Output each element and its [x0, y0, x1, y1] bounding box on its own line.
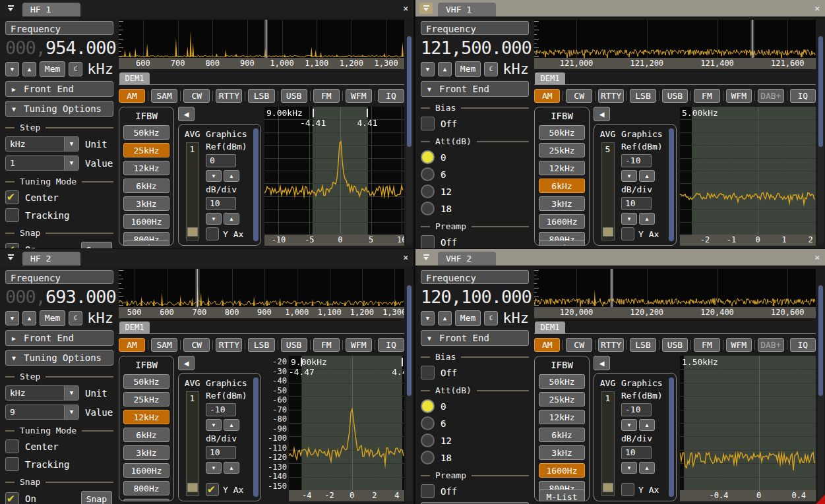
main-spectrum-canvas[interactable]: [534, 269, 816, 307]
resize-corner-icon[interactable]: [816, 495, 825, 504]
frequency-value[interactable]: 000,693.000: [5, 287, 113, 307]
collapse-left-icon[interactable]: ◀: [594, 356, 610, 370]
tab-dem1[interactable]: DEM1: [119, 72, 150, 84]
collapse-window-icon[interactable]: [4, 3, 17, 14]
front-end-header[interactable]: ▶Front End: [5, 330, 113, 346]
mem-button[interactable]: Mem: [455, 61, 481, 77]
snap-button[interactable]: Snap: [81, 242, 112, 248]
tab-dem1[interactable]: DEM1: [535, 72, 565, 84]
ifbw-button-m-list[interactable]: M-List: [539, 490, 585, 501]
mode-button-fm[interactable]: FM: [694, 89, 719, 103]
ref-up-button[interactable]: ▲: [224, 419, 239, 431]
close-icon[interactable]: ✕: [403, 252, 408, 262]
ifbw-button-3khz[interactable]: 3kHz: [123, 445, 169, 460]
mode-button-am[interactable]: AM: [119, 89, 145, 103]
ifbw-button-50khz[interactable]: 50kHz: [123, 125, 169, 140]
avg-slider[interactable]: 5: [601, 142, 615, 240]
ifbw-button-800hz[interactable]: 800Hz: [123, 481, 169, 495]
att-radio-6[interactable]: [421, 167, 435, 181]
ref-input[interactable]: 0: [206, 154, 236, 167]
mode-button-am[interactable]: AM: [534, 89, 560, 103]
mode-button-iq[interactable]: IQ: [378, 89, 404, 103]
mode-button-usb[interactable]: USB: [662, 89, 688, 103]
window-title-tab[interactable]: VHF 1: [438, 3, 496, 16]
avg-slider[interactable]: 1: [186, 142, 199, 240]
snap-on-checkbox[interactable]: ✔: [5, 243, 19, 249]
tab-dem1[interactable]: DEM1: [535, 322, 565, 333]
mode-button-lsb[interactable]: LSB: [248, 338, 274, 352]
mode-button-lsb[interactable]: LSB: [630, 89, 656, 103]
tab-dem1[interactable]: DEM1: [119, 322, 150, 333]
ifbw-button-25khz[interactable]: 25kHz: [539, 392, 585, 406]
panel-scrollbar-thumb[interactable]: [818, 285, 823, 396]
avg-slider-handle[interactable]: [187, 227, 198, 237]
mode-button-wfm[interactable]: WFM: [346, 338, 372, 352]
main-spectrum-canvas[interactable]: [119, 269, 404, 307]
frequency-down-button[interactable]: ▼: [5, 62, 19, 76]
if-spectrum-plot[interactable]: -0.400.4 1.50kHz: [680, 356, 816, 501]
center-checkbox[interactable]: ✔: [5, 190, 19, 204]
snap-on-checkbox[interactable]: ✔: [5, 492, 19, 504]
ref-down-button[interactable]: ▼: [206, 419, 222, 431]
dbdiv-input[interactable]: 10: [206, 446, 236, 459]
mode-button-fm[interactable]: FM: [313, 89, 340, 103]
mode-button-iq[interactable]: IQ: [790, 338, 816, 352]
tracking-checkbox[interactable]: ✔: [5, 208, 19, 222]
ifbw-button-12khz[interactable]: 12kHz: [123, 161, 169, 175]
ifbw-button-3khz[interactable]: 3kHz: [539, 196, 585, 211]
if-spectrum-canvas[interactable]: [264, 107, 404, 235]
frequency-up-button[interactable]: ▲: [22, 62, 36, 76]
window-titlebar[interactable]: VHF 2 ✕: [415, 249, 825, 266]
avg-slider[interactable]: 1: [601, 391, 615, 496]
preamp-off-checkbox[interactable]: ✔: [421, 235, 435, 248]
ifbw-button-50khz[interactable]: 50kHz: [539, 125, 585, 140]
avg-slider-handle[interactable]: [603, 483, 613, 492]
ref-input[interactable]: -10: [621, 403, 652, 416]
dbdiv-down-button[interactable]: ▼: [621, 213, 637, 225]
center-checkbox[interactable]: ✔: [5, 439, 19, 453]
ref-down-button[interactable]: ▼: [621, 170, 637, 182]
att-radio-0[interactable]: [421, 150, 435, 164]
mode-button-usb[interactable]: USB: [662, 338, 688, 352]
ifbw-button-12khz[interactable]: 12kHz: [539, 161, 585, 175]
collapse-window-icon[interactable]: [419, 252, 433, 263]
mode-button-fm[interactable]: FM: [313, 338, 340, 352]
ref-up-button[interactable]: ▲: [224, 170, 239, 182]
att-radio-6[interactable]: [421, 416, 435, 430]
clear-button[interactable]: C: [69, 311, 82, 325]
if-spectrum-canvas[interactable]: [680, 107, 816, 235]
mode-button-cw[interactable]: CW: [183, 89, 210, 103]
main-spectrum-canvas[interactable]: [534, 20, 816, 58]
clear-button[interactable]: C: [69, 62, 82, 76]
mode-button-wfm[interactable]: WFM: [726, 89, 752, 103]
panel-scrollbar[interactable]: [406, 285, 412, 501]
unit-dropdown[interactable]: kHz▼: [5, 385, 79, 401]
main-spectrum[interactable]: 5006007008009001,0001,1001,2001,300: [119, 269, 404, 318]
window-titlebar[interactable]: HF 2 ✕: [0, 249, 413, 266]
dbdiv-down-button[interactable]: ▼: [206, 213, 222, 225]
att-radio-18[interactable]: [421, 202, 435, 215]
ref-down-button[interactable]: ▼: [206, 170, 222, 182]
mode-button-cw[interactable]: CW: [566, 338, 592, 352]
close-icon[interactable]: ✕: [403, 3, 408, 13]
collapse-left-icon[interactable]: ◀: [178, 356, 195, 370]
frequency-down-button[interactable]: ▼: [421, 311, 435, 325]
ifbw-button-6khz[interactable]: 6kHz: [539, 428, 585, 442]
ref-up-button[interactable]: ▲: [639, 419, 655, 431]
ref-down-button[interactable]: ▼: [621, 419, 637, 431]
graphics-scrollbar-thumb[interactable]: [669, 128, 674, 241]
mode-button-am[interactable]: AM: [119, 338, 145, 352]
mode-button-rtty[interactable]: RTTY: [216, 338, 242, 352]
clear-button[interactable]: C: [484, 311, 498, 325]
tuning-options-header[interactable]: ▼Tuning Options: [5, 101, 113, 117]
ifbw-button-6khz[interactable]: 6kHz: [123, 179, 169, 193]
ref-input[interactable]: -10: [206, 403, 236, 416]
main-spectrum-canvas[interactable]: [119, 20, 404, 58]
mode-button-lsb[interactable]: LSB: [248, 89, 274, 103]
graphics-scrollbar-thumb[interactable]: [253, 128, 259, 241]
mode-button-iq[interactable]: IQ: [790, 89, 816, 103]
close-icon[interactable]: ✕: [814, 3, 820, 13]
dbdiv-down-button[interactable]: ▼: [206, 462, 222, 474]
panel-scrollbar[interactable]: [818, 285, 824, 501]
mode-button-dab+[interactable]: DAB+: [758, 338, 783, 352]
